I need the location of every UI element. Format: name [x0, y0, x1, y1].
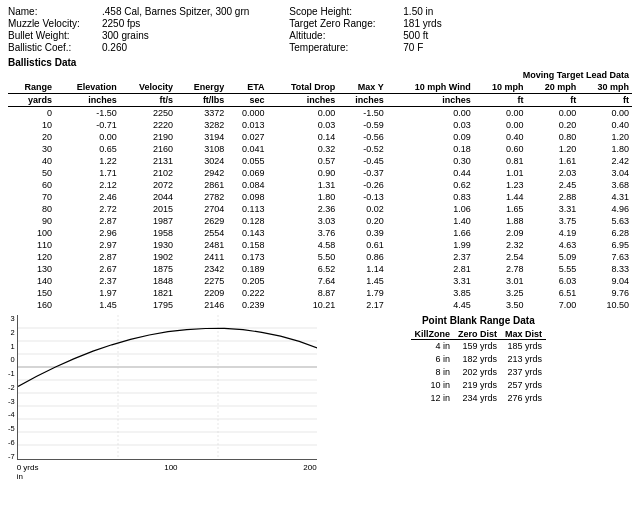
table-cell: 1.97: [55, 287, 120, 299]
moving-target-header: Moving Target Lead Data: [474, 69, 632, 81]
pbr-th-killzone: KillZone: [411, 329, 455, 340]
table-row: 1002.96195825540.1433.760.391.662.094.19…: [8, 227, 632, 239]
ballistics-table: Moving Target Lead Data Range Elevation …: [8, 69, 632, 311]
y-label-n2: -2: [8, 384, 15, 392]
table-row: 702.46204427820.0981.80-0.130.831.442.88…: [8, 191, 632, 203]
table-cell: 2220: [120, 119, 176, 131]
table-cell: 3.03: [267, 215, 338, 227]
table-cell: 1.45: [338, 275, 387, 287]
table-cell: 1.20: [579, 131, 632, 143]
table-cell: 2044: [120, 191, 176, 203]
table-cell: 2.97: [55, 239, 120, 251]
table-cell: 1.61: [526, 155, 579, 167]
y-label-3: 3: [8, 315, 15, 323]
bottom-section: 3 2 1 0 -1 -2 -3 -4 -5 -6 -7: [8, 315, 632, 481]
table-cell: 8.33: [579, 263, 632, 275]
table-cell: 3024: [176, 155, 227, 167]
pbr-cell: 10 in: [411, 379, 455, 392]
bullet-value: 300 grains: [102, 30, 149, 41]
list-item: 8 in202 yrds237 yrds: [411, 366, 547, 379]
table-cell: 120: [8, 251, 55, 263]
table-cell: 10.21: [267, 299, 338, 311]
table-cell: 2629: [176, 215, 227, 227]
table-row: 10-0.71222032820.0130.03-0.590.030.000.2…: [8, 119, 632, 131]
table-row: 1501.97182122090.2228.871.793.853.256.51…: [8, 287, 632, 299]
col-header-moving: Moving Target Lead Data: [8, 69, 632, 81]
table-cell: 6.51: [526, 287, 579, 299]
table-cell: 6.28: [579, 227, 632, 239]
th-wind-10: 10 mph Wind: [387, 81, 474, 94]
pbr-body: 4 in159 yrds185 yrds6 in182 yrds213 yrds…: [411, 340, 547, 406]
chart-svg: [17, 315, 317, 460]
th-max-y: Max Y: [338, 81, 387, 94]
table-cell: 0.03: [267, 119, 338, 131]
y-label-n7: -7: [8, 453, 15, 461]
table-cell: 0.239: [227, 299, 267, 311]
table-cell: 7.64: [267, 275, 338, 287]
table-cell: 0.000: [227, 107, 267, 120]
table-row: 802.72201527040.1132.360.021.061.653.314…: [8, 203, 632, 215]
table-cell: 2190: [120, 131, 176, 143]
table-cell: 3.01: [474, 275, 527, 287]
th-unit-max-y: inches: [338, 94, 387, 107]
pbr-cell: 182 yrds: [454, 353, 501, 366]
ballistics-section: Ballistics Data Moving Target Lead Data …: [8, 57, 632, 311]
pbr-title: Point Blank Range Data: [325, 315, 632, 326]
scope-label: Scope Height:: [289, 6, 399, 17]
table-cell: 0.098: [227, 191, 267, 203]
chart-area: 0 yrds 100 200 in: [17, 315, 317, 481]
table-cell: 3.68: [579, 179, 632, 191]
th-range: Range: [8, 81, 55, 94]
table-cell: 0.32: [267, 143, 338, 155]
table-cell: 1.01: [474, 167, 527, 179]
alt-label: Altitude:: [289, 30, 399, 41]
pbr-cell: 4 in: [411, 340, 455, 354]
table-cell: 1875: [120, 263, 176, 275]
table-cell: 2.72: [55, 203, 120, 215]
th-total-drop: Total Drop: [267, 81, 338, 94]
y-label-0: 0: [8, 356, 15, 364]
chart-unit: in: [17, 472, 317, 481]
table-cell: 0.44: [387, 167, 474, 179]
table-cell: 1902: [120, 251, 176, 263]
table-cell: 0.03: [387, 119, 474, 131]
ballistics-body: 0-1.50225033720.0000.00-1.500.000.000.00…: [8, 107, 632, 312]
pbr-cell: 159 yrds: [454, 340, 501, 354]
table-cell: 0.90: [267, 167, 338, 179]
table-cell: 1795: [120, 299, 176, 311]
y-label-1: 1: [8, 343, 15, 351]
table-cell: 0.09: [387, 131, 474, 143]
pbr-cell: 12 in: [411, 392, 455, 405]
table-cell: 2.45: [526, 179, 579, 191]
x-axis-labels: 0 yrds 100 200: [17, 463, 317, 472]
y-axis-labels: 3 2 1 0 -1 -2 -3 -4 -5 -6 -7: [8, 315, 15, 460]
table-cell: 0: [8, 107, 55, 120]
th-unit-lead-20: ft: [526, 94, 579, 107]
table-row: 0-1.50225033720.0000.00-1.500.000.000.00…: [8, 107, 632, 120]
pbr-cell: 8 in: [411, 366, 455, 379]
table-cell: -0.37: [338, 167, 387, 179]
table-cell: 2102: [120, 167, 176, 179]
table-row: 401.22213130240.0550.57-0.450.300.811.61…: [8, 155, 632, 167]
table-cell: 2782: [176, 191, 227, 203]
table-cell: 1987: [120, 215, 176, 227]
table-cell: 2.87: [55, 251, 120, 263]
bc-value: 0.260: [102, 42, 127, 53]
table-cell: 80: [8, 203, 55, 215]
table-cell: 5.63: [579, 215, 632, 227]
table-cell: 0.20: [526, 119, 579, 131]
col-header-units: yards inches ft/s ft/lbs sec inches inch…: [8, 94, 632, 107]
table-row: 501.71210229420.0690.90-0.370.441.012.03…: [8, 167, 632, 179]
table-cell: 4.19: [526, 227, 579, 239]
table-cell: 2160: [120, 143, 176, 155]
table-cell: 5.55: [526, 263, 579, 275]
name-label: Name:: [8, 6, 98, 17]
table-cell: -0.52: [338, 143, 387, 155]
table-cell: 0.055: [227, 155, 267, 167]
table-cell: 0.027: [227, 131, 267, 143]
th-lead-10: 10 mph: [474, 81, 527, 94]
list-item: 12 in234 yrds276 yrds: [411, 392, 547, 405]
y-label-n1: -1: [8, 370, 15, 378]
table-cell: 1.66: [387, 227, 474, 239]
table-cell: 2554: [176, 227, 227, 239]
